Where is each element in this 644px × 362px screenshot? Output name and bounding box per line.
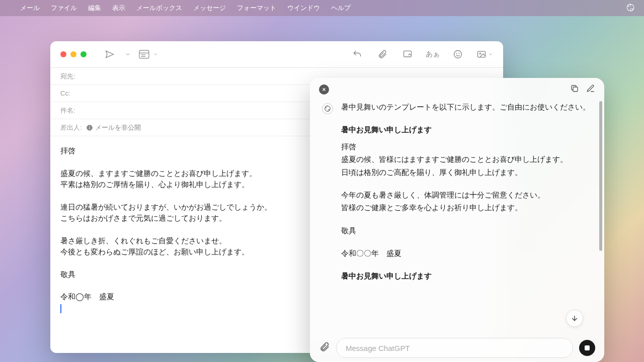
- photo-browser-icon[interactable]: [476, 47, 493, 61]
- attach-icon[interactable]: [375, 47, 389, 61]
- chat-block: 拝啓 盛夏の候、皆様にはますますご健勝のこととお喜び申し上げます。 日頃は格別の…: [341, 141, 592, 179]
- close-window-button[interactable]: [60, 51, 66, 57]
- chat-intro: 暑中見舞いのテンプレートを以下に示します。ご自由にお使いください。: [341, 101, 592, 114]
- chat-header: [310, 78, 604, 101]
- svg-point-10: [479, 53, 481, 54]
- hide-my-email-text: メールを非公開: [95, 123, 141, 132]
- subject-label: 件名:: [60, 106, 75, 115]
- send-button[interactable]: [103, 47, 117, 61]
- assistant-avatar-icon: [322, 103, 333, 114]
- cc-label: Cc:: [60, 89, 70, 97]
- menubar: メール ファイル 編集 表示 メールボックス メッセージ フォーマット ウインド…: [0, 0, 644, 16]
- chatgpt-panel: 暑中見舞いのテンプレートを以下に示します。ご自由にお使いください。 暑中お見舞い…: [310, 78, 604, 362]
- chat-scrollbar[interactable]: [599, 101, 602, 332]
- chat-heading: 暑中お見舞い申し上げます: [341, 124, 592, 136]
- desktop: メール ファイル 編集 表示 メールボックス メッセージ フォーマット ウインド…: [0, 0, 644, 362]
- assistant-text: 暑中見舞いのテンプレートを以下に示します。ご自由にお使いください。 暑中お見舞い…: [341, 101, 592, 287]
- menu-edit[interactable]: 編集: [88, 4, 101, 13]
- menu-view[interactable]: 表示: [112, 4, 125, 13]
- menu-help[interactable]: ヘルプ: [331, 4, 351, 13]
- svg-rect-5: [404, 51, 412, 57]
- assistant-message: 暑中見舞いのテンプレートを以下に示します。ご自由にお使いください。 暑中お見舞い…: [322, 101, 592, 287]
- scroll-to-bottom-button[interactable]: [566, 310, 583, 327]
- chat-block: 今年の夏も暑さ厳しく、体調管理には十分ご留意ください。 皆様のご健康とご多幸を心…: [341, 189, 592, 215]
- stop-generating-button[interactable]: [579, 340, 595, 356]
- menu-mailbox[interactable]: メールボックス: [136, 4, 182, 13]
- svg-point-13: [89, 126, 90, 127]
- chat-input[interactable]: [346, 344, 564, 352]
- markup-icon[interactable]: [400, 47, 415, 61]
- format-text-button[interactable]: あぁ: [426, 50, 440, 59]
- svg-rect-9: [478, 51, 486, 57]
- chat-heading: 暑中お見舞い申し上げます: [341, 270, 592, 283]
- from-label: 差出人:: [60, 123, 82, 132]
- close-chat-button[interactable]: [319, 84, 329, 95]
- zoom-window-button[interactable]: [80, 51, 87, 57]
- svg-rect-14: [573, 87, 578, 92]
- header-fields-button[interactable]: [139, 47, 158, 61]
- window-traffic-lights: [60, 51, 87, 57]
- chat-messages[interactable]: 暑中見舞いのテンプレートを以下に示します。ご自由にお使いください。 暑中お見舞い…: [310, 101, 604, 334]
- menu-message[interactable]: メッセージ: [193, 4, 226, 13]
- text-cursor: [60, 304, 61, 313]
- svg-point-6: [454, 51, 462, 58]
- chat-scrollbar-thumb[interactable]: [599, 101, 602, 251]
- stop-icon: [585, 345, 590, 350]
- to-label: 宛先:: [60, 72, 75, 81]
- mail-toolbar: あぁ: [50, 41, 503, 67]
- chat-attach-icon[interactable]: [319, 341, 330, 354]
- send-dropdown-chevron-icon[interactable]: [125, 47, 131, 61]
- reply-icon[interactable]: [350, 47, 364, 61]
- chat-input-container[interactable]: [336, 338, 573, 358]
- minimize-window-button[interactable]: [70, 51, 76, 57]
- chat-closing: 敬具: [341, 225, 592, 237]
- chatgpt-menubar-icon[interactable]: [626, 3, 635, 14]
- svg-rect-1: [139, 50, 149, 58]
- chat-date: 令和〇〇年 盛夏: [341, 247, 592, 260]
- copy-icon[interactable]: [570, 84, 579, 95]
- new-chat-icon[interactable]: [586, 84, 595, 95]
- svg-point-8: [459, 53, 459, 54]
- svg-rect-12: [89, 127, 90, 129]
- chat-input-bar: [310, 334, 604, 362]
- menu-format[interactable]: フォーマット: [237, 4, 276, 13]
- menu-app[interactable]: メール: [20, 4, 40, 13]
- emoji-icon[interactable]: [451, 47, 465, 61]
- menu-window[interactable]: ウインドウ: [287, 4, 320, 13]
- hide-my-email-pill[interactable]: メールを非公開: [86, 123, 141, 132]
- menu-file[interactable]: ファイル: [51, 4, 77, 13]
- svg-point-7: [456, 53, 457, 54]
